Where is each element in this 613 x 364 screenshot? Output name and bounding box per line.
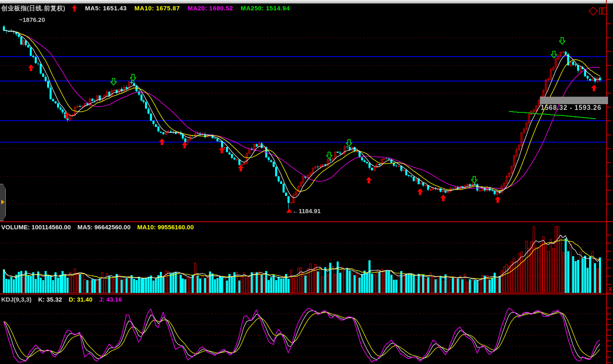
low-point-marker-icon [286, 208, 292, 213]
ma250-value: MA250: 1514.94 [241, 5, 290, 12]
volume-value: VOLUME: 100114560.00 [1, 224, 71, 231]
kdj-d-value: D: 31.40 [69, 296, 93, 303]
volume-panel-header: VOLUME: 100114560.00 MA5: 96642560.00 MA… [1, 224, 199, 231]
close-indicator-button[interactable]: X [608, 285, 612, 293]
volume-ma10-value: MA10: 99556160.00 [137, 224, 194, 231]
axis-notch [606, 0, 607, 3]
chart-canvas[interactable] [0, 0, 613, 364]
ma10-value: MA10: 1675.87 [135, 5, 180, 12]
window-title-bar[interactable] [0, 0, 613, 4]
split-window-icon[interactable] [599, 7, 607, 14]
trading-app-window: 创业板指(日线.前复权) MA5: 1651.43 MA10: 1675.87 … [0, 0, 613, 364]
ma5-value: MA5: 1651.43 [85, 5, 127, 12]
sidebar-expand-tab[interactable] [0, 184, 6, 221]
kdj-k-value: K: 35.32 [38, 296, 62, 303]
ma20-value: MA20: 1680.52 [188, 5, 233, 12]
price-range-label: 1568.32 - 1593.26 [541, 104, 601, 112]
kdj-j-value: J: 43.16 [99, 296, 122, 303]
price-panel-header: 创业板指(日线.前复权) MA5: 1651.43 MA10: 1675.87 … [1, 5, 295, 12]
symbol-label: 创业板指(日线.前复权) [1, 5, 65, 12]
expand-arrow-icon [1, 200, 5, 205]
kdj-panel-header: KDJ(9,3,3) K: 35.32 D: 31.40 J: 43.16 [1, 296, 127, 303]
up-arrow-icon [72, 5, 77, 12]
low-price-label: ←1184.91 [292, 207, 321, 214]
volume-ma5-value: MA5: 96642560.00 [78, 224, 131, 231]
kdj-label: KDJ(9,3,3) [1, 296, 31, 303]
price-range-highlight-box [540, 97, 608, 104]
high-price-label: ~1876.20 [19, 16, 45, 23]
